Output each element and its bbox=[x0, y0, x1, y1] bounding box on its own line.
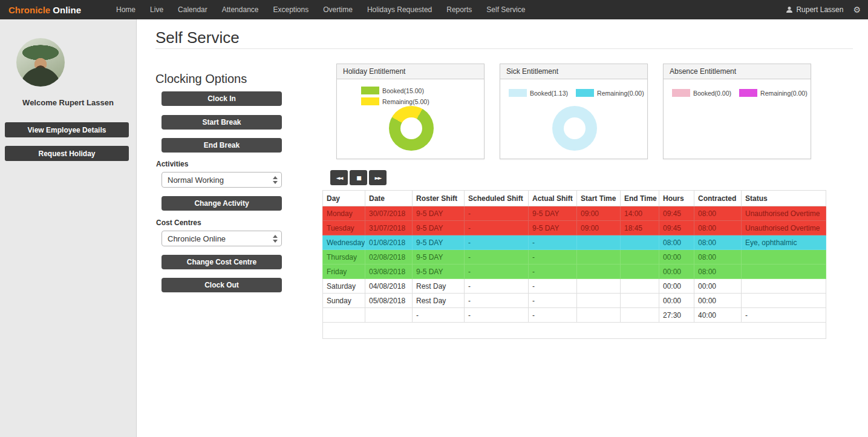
activity-select-value: Normal Working bbox=[168, 176, 224, 185]
cell-start-time bbox=[577, 308, 621, 323]
brand-rest: Online bbox=[50, 5, 81, 15]
cell-contracted: 08:00 bbox=[694, 264, 742, 279]
fast-backward-button[interactable]: ◄◄ bbox=[330, 170, 348, 185]
nav-item-self-service[interactable]: Self Service bbox=[479, 0, 532, 19]
select-stepper-icon bbox=[273, 235, 278, 243]
cell-scheduled-shift: - bbox=[465, 264, 529, 279]
change-cost-centre-button[interactable]: Change Cost Centre bbox=[162, 255, 282, 269]
sick-entitlement-title: Sick Entitlement bbox=[500, 64, 647, 79]
app-screen: Chronicle Online Home Live Calendar Atte… bbox=[0, 0, 868, 437]
title-divider bbox=[155, 48, 853, 49]
cell-day: Sunday bbox=[323, 294, 365, 308]
avatar bbox=[16, 38, 65, 87]
cell-actual-shift: - bbox=[529, 250, 577, 264]
welcome-text: Welcome Rupert Lassen bbox=[0, 98, 136, 107]
holiday-entitlement-panel: Holiday Entitlement Booked(15.00) Remain… bbox=[336, 64, 485, 159]
cell-date: 31/07/2018 bbox=[365, 221, 413, 235]
nav-item-holidays-requested[interactable]: Holidays Requested bbox=[360, 0, 439, 19]
legend-label: Remaining(0.00) bbox=[597, 90, 644, 97]
cell-hours: 00:00 bbox=[659, 279, 694, 294]
cell-status bbox=[742, 264, 826, 279]
legend-swatch-booked bbox=[509, 89, 527, 97]
nav-item-reports[interactable]: Reports bbox=[439, 0, 479, 19]
end-break-button[interactable]: End Break bbox=[162, 138, 282, 153]
holiday-donut-chart bbox=[389, 106, 434, 151]
cell-status bbox=[742, 294, 826, 308]
stop-button[interactable]: ■ bbox=[350, 170, 367, 185]
nav-item-home[interactable]: Home bbox=[109, 0, 143, 19]
top-nav: Chronicle Online Home Live Calendar Atte… bbox=[0, 0, 868, 19]
cell-end-time bbox=[621, 308, 659, 323]
table-totals-row: - - - 27:30 40:00 - bbox=[323, 308, 826, 323]
cell-contracted: 00:00 bbox=[694, 279, 742, 294]
cell-day: Thursday bbox=[323, 250, 365, 264]
cell-date: 02/08/2018 bbox=[365, 250, 413, 264]
cell-start-time bbox=[577, 250, 621, 264]
legend-label: Booked(1.13) bbox=[530, 90, 568, 97]
table-row: Tuesday 31/07/2018 9-5 DAY - 9-5 DAY 09:… bbox=[323, 221, 826, 235]
user-icon bbox=[786, 6, 793, 13]
column-header-scheduled-shift: Scheduled Shift bbox=[465, 191, 529, 206]
column-header-day: Day bbox=[323, 191, 365, 206]
column-header-contracted: Contracted bbox=[694, 191, 742, 206]
attendance-table: Day Date Roster Shift Scheduled Shift Ac… bbox=[322, 190, 826, 339]
cell-end-time: 18:45 bbox=[621, 221, 659, 235]
cell-end-time bbox=[621, 235, 659, 250]
cell-scheduled-shift: - bbox=[465, 235, 529, 250]
clocking-options-heading: Clocking Options bbox=[155, 72, 247, 86]
view-employee-details-button[interactable]: View Employee Details bbox=[5, 122, 129, 137]
nav-item-live[interactable]: Live bbox=[143, 0, 171, 19]
nav-item-attendance[interactable]: Attendance bbox=[215, 0, 266, 19]
cell-roster-shift: 9-5 DAY bbox=[413, 264, 465, 279]
nav-item-overtime[interactable]: Overtime bbox=[316, 0, 360, 19]
clock-in-button[interactable]: Clock In bbox=[162, 91, 282, 106]
cell-hours: 00:00 bbox=[659, 264, 694, 279]
sick-donut-chart bbox=[552, 106, 597, 151]
user-menu[interactable]: Rupert Lassen bbox=[786, 5, 843, 14]
nav-item-calendar[interactable]: Calendar bbox=[171, 0, 215, 19]
user-name: Rupert Lassen bbox=[796, 5, 843, 14]
cell-scheduled-shift: - bbox=[465, 294, 529, 308]
change-activity-button[interactable]: Change Activity bbox=[162, 196, 282, 211]
nav-item-exceptions[interactable]: Exceptions bbox=[266, 0, 316, 19]
cell-status: - bbox=[742, 308, 826, 323]
cell-day: Tuesday bbox=[323, 221, 365, 235]
cell-hours: 08:00 bbox=[659, 235, 694, 250]
column-header-date: Date bbox=[365, 191, 413, 206]
cell-status: Unauthorised Overtime bbox=[742, 221, 826, 235]
cell-end-time bbox=[621, 250, 659, 264]
cell-actual-shift: - bbox=[529, 308, 577, 323]
sick-entitlement-body: Booked(1.13) Remaining(0.00) bbox=[500, 79, 647, 159]
request-holiday-button[interactable]: Request Holiday bbox=[5, 146, 129, 161]
cell-contracted: 08:00 bbox=[694, 235, 742, 250]
cell-hours: 09:45 bbox=[659, 221, 694, 235]
cell-start-time bbox=[577, 235, 621, 250]
cell-day: Wednesday bbox=[323, 235, 365, 250]
settings-gear-icon[interactable]: ⚙ bbox=[853, 5, 861, 14]
cell-hours: 00:00 bbox=[659, 294, 694, 308]
cell-status bbox=[742, 279, 826, 294]
cell-start-time: 09:00 bbox=[577, 221, 621, 235]
fast-forward-button[interactable]: ►► bbox=[369, 170, 387, 185]
cell-day: Monday bbox=[323, 206, 365, 221]
clock-out-button[interactable]: Clock Out bbox=[162, 278, 282, 292]
legend-swatch-remaining bbox=[361, 97, 379, 105]
cell-actual-shift: - bbox=[529, 264, 577, 279]
brand-logo[interactable]: Chronicle Online bbox=[8, 5, 81, 15]
nav-menu: Home Live Calendar Attendance Exceptions… bbox=[109, 0, 532, 19]
column-header-start-time: Start Time bbox=[577, 191, 621, 206]
cell-start-time bbox=[577, 264, 621, 279]
absence-entitlement-panel: Absence Entitlement Booked(0.00) Remaini… bbox=[663, 64, 811, 159]
cell-day: Friday bbox=[323, 264, 365, 279]
table-row: Wednesday 01/08/2018 9-5 DAY - - 08:00 0… bbox=[323, 235, 826, 250]
start-break-button[interactable]: Start Break bbox=[162, 115, 282, 130]
cell-roster-shift: - bbox=[413, 308, 465, 323]
cost-centre-select[interactable]: Chronicle Online bbox=[162, 231, 282, 246]
absence-entitlement-body: Booked(0.00) Remaining(0.00) bbox=[664, 79, 811, 159]
absence-entitlement-title: Absence Entitlement bbox=[664, 64, 811, 79]
legend-label: Remaining(5.00) bbox=[382, 98, 429, 105]
cell-day: Saturday bbox=[323, 279, 365, 294]
column-header-actual-shift: Actual Shift bbox=[529, 191, 577, 206]
table-row: Friday 03/08/2018 9-5 DAY - - 00:00 08:0… bbox=[323, 264, 826, 279]
activity-select[interactable]: Normal Working bbox=[162, 172, 282, 188]
